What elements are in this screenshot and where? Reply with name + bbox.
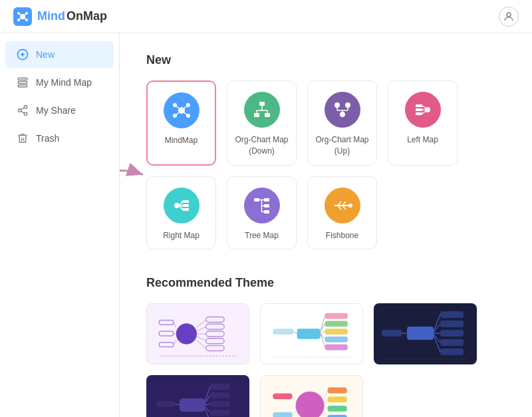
logo-onmap: OnMap xyxy=(66,9,107,23)
svg-point-40 xyxy=(340,112,345,117)
org-chart-up-label: Org-Chart Map (Up) xyxy=(315,134,370,157)
svg-line-129 xyxy=(205,406,210,412)
share-icon xyxy=(16,104,29,117)
svg-rect-62 xyxy=(264,210,269,213)
svg-point-39 xyxy=(345,102,350,108)
map-card-left-map[interactable]: Left Map xyxy=(388,80,458,166)
map-card-org-chart-down[interactable]: Org-Chart Map(Down) xyxy=(227,80,297,166)
left-map-icon xyxy=(405,92,441,128)
map-type-grid: MindMap Org-Chart Map(Down) Org-Chart Ma… xyxy=(146,80,505,249)
sidebar-item-new[interactable]: New xyxy=(5,41,114,68)
svg-rect-110 xyxy=(440,348,464,355)
map-card-mindmap[interactable]: MindMap xyxy=(146,80,216,166)
svg-line-103 xyxy=(294,331,297,334)
svg-rect-122 xyxy=(210,401,230,407)
svg-line-143 xyxy=(325,411,328,417)
sidebar-item-trash[interactable]: Trash xyxy=(5,125,114,152)
svg-rect-135 xyxy=(327,397,346,403)
arrow-indicator xyxy=(120,164,150,187)
svg-line-141 xyxy=(325,400,328,404)
svg-line-102 xyxy=(321,334,325,347)
svg-rect-134 xyxy=(327,388,346,394)
map-card-right-map[interactable]: Right Map xyxy=(146,176,216,250)
svg-rect-91 xyxy=(297,329,320,340)
svg-rect-121 xyxy=(210,392,230,398)
svg-rect-59 xyxy=(254,198,259,202)
svg-point-18 xyxy=(24,112,27,116)
right-map-label: Right Map xyxy=(163,230,200,241)
svg-line-100 xyxy=(321,331,325,334)
svg-rect-32 xyxy=(254,113,259,117)
svg-rect-48 xyxy=(416,112,422,115)
svg-rect-47 xyxy=(416,108,422,111)
svg-line-142 xyxy=(325,406,328,408)
svg-rect-53 xyxy=(182,200,189,203)
svg-line-56 xyxy=(180,202,182,206)
map-card-org-chart-up[interactable]: Org-Chart Map (Up) xyxy=(307,80,377,166)
svg-rect-61 xyxy=(264,204,269,208)
sidebar-item-new-label: New xyxy=(36,49,55,60)
logo-mind: Mind xyxy=(37,9,65,23)
svg-rect-109 xyxy=(440,339,464,346)
map-card-tree-map[interactable]: Tree Map xyxy=(227,176,297,250)
sidebar-item-my-share[interactable]: My Share xyxy=(5,97,114,124)
svg-line-128 xyxy=(205,404,210,405)
svg-line-86 xyxy=(197,337,206,341)
svg-rect-125 xyxy=(156,401,175,407)
theme-card-4[interactable] xyxy=(146,375,249,417)
svg-rect-92 xyxy=(325,313,348,319)
svg-rect-79 xyxy=(159,321,174,325)
svg-rect-80 xyxy=(159,331,174,336)
svg-rect-97 xyxy=(273,329,293,335)
svg-line-98 xyxy=(321,316,325,332)
svg-rect-75 xyxy=(206,325,224,330)
svg-rect-108 xyxy=(440,330,464,337)
app-logo: MindOnMap xyxy=(13,7,107,26)
recommended-section-title: Recommended Theme xyxy=(146,276,505,290)
tree-map-icon xyxy=(244,188,280,223)
svg-point-9 xyxy=(507,13,511,17)
svg-rect-81 xyxy=(159,343,174,347)
svg-point-73 xyxy=(176,324,197,345)
svg-rect-33 xyxy=(265,113,270,117)
svg-rect-105 xyxy=(407,327,434,340)
theme-card-5[interactable] xyxy=(260,375,363,417)
svg-line-19 xyxy=(21,111,24,113)
mindmap-label: MindMap xyxy=(165,135,198,146)
svg-point-52 xyxy=(174,203,180,208)
svg-point-133 xyxy=(296,392,325,417)
sidebar-item-my-mind-map[interactable]: My Mind Map xyxy=(5,69,114,96)
sidebar-item-my-mind-map-label: My Mind Map xyxy=(36,77,92,88)
svg-rect-76 xyxy=(206,331,224,337)
map-card-fishbone[interactable]: Fishbone xyxy=(307,176,377,250)
svg-rect-136 xyxy=(327,406,346,412)
svg-rect-107 xyxy=(440,321,464,327)
svg-line-84 xyxy=(197,327,206,332)
svg-point-38 xyxy=(334,102,340,108)
svg-rect-14 xyxy=(18,82,27,84)
svg-rect-74 xyxy=(206,317,224,323)
svg-point-16 xyxy=(24,106,27,109)
map-grid-container: MindMap Org-Chart Map(Down) Org-Chart Ma… xyxy=(146,80,505,269)
theme-card-2[interactable] xyxy=(260,303,363,364)
tree-map-label: Tree Map xyxy=(245,230,279,241)
svg-line-87 xyxy=(197,341,206,348)
theme-card-3[interactable] xyxy=(374,303,477,364)
right-map-icon xyxy=(164,188,200,223)
left-map-label: Left Map xyxy=(407,134,438,146)
fishbone-icon xyxy=(325,188,360,223)
svg-rect-54 xyxy=(182,204,189,207)
sidebar-item-trash-label: Trash xyxy=(36,133,59,144)
main-content: New MindMa xyxy=(120,33,532,417)
theme-grid xyxy=(146,303,505,417)
new-section-title: New xyxy=(146,53,505,67)
org-chart-up-icon xyxy=(325,92,360,128)
theme-card-1[interactable] xyxy=(146,303,249,364)
org-chart-down-label: Org-Chart Map(Down) xyxy=(235,134,288,157)
svg-rect-111 xyxy=(382,330,402,337)
svg-rect-138 xyxy=(273,394,292,400)
trash-icon xyxy=(16,132,29,145)
svg-rect-95 xyxy=(325,337,348,343)
user-profile-button[interactable] xyxy=(499,7,519,27)
mindmap-icon xyxy=(164,92,200,128)
